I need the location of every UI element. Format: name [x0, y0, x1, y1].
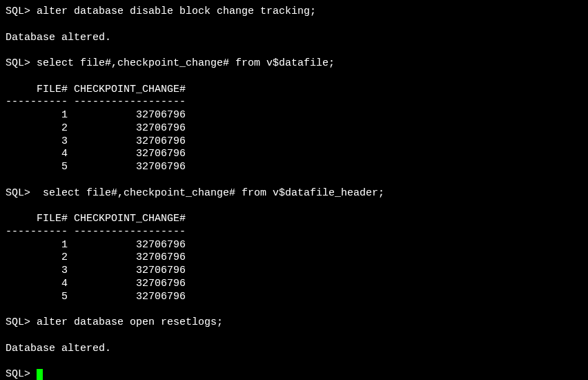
table2-row: 4 32706796 — [6, 278, 582, 291]
blank-line — [6, 19, 582, 32]
sql-command-2: SQL> select file#,checkpoint_change# fro… — [6, 57, 582, 70]
blank-line — [6, 200, 582, 213]
table1-row: 5 32706796 — [6, 161, 582, 174]
table1-header: FILE# CHECKPOINT_CHANGE# — [6, 84, 582, 97]
table2-row: 2 32706796 — [6, 251, 582, 265]
table2-row: 1 32706796 — [6, 239, 582, 252]
blank-line — [6, 355, 582, 368]
blank-line — [6, 303, 582, 316]
blank-line — [6, 44, 582, 57]
table1-row: 4 32706796 — [6, 148, 582, 161]
sql-result-4: Database altered. — [6, 343, 582, 356]
cursor-icon — [37, 369, 43, 380]
sql-command-4: SQL> alter database open resetlogs; — [6, 316, 582, 330]
blank-line — [6, 330, 582, 343]
sql-command-3: SQL> select file#,checkpoint_change# fro… — [6, 187, 582, 200]
sql-result-1: Database altered. — [6, 32, 582, 45]
prompt-text: SQL> — [6, 368, 37, 380]
blank-line — [6, 174, 582, 187]
table1-row: 3 32706796 — [6, 135, 582, 149]
sql-command-1: SQL> alter database disable block change… — [6, 6, 582, 19]
sql-prompt-active[interactable]: SQL> — [6, 368, 582, 380]
table1-row: 1 32706796 — [6, 109, 582, 122]
table2-header: FILE# CHECKPOINT_CHANGE# — [6, 213, 582, 226]
table2-row: 3 32706796 — [6, 265, 582, 278]
table1-row: 2 32706796 — [6, 122, 582, 135]
blank-line — [6, 70, 582, 84]
table2-row: 5 32706796 — [6, 291, 582, 304]
table2-divider: ---------- ------------------ — [6, 226, 582, 239]
table1-divider: ---------- ------------------ — [6, 96, 582, 109]
